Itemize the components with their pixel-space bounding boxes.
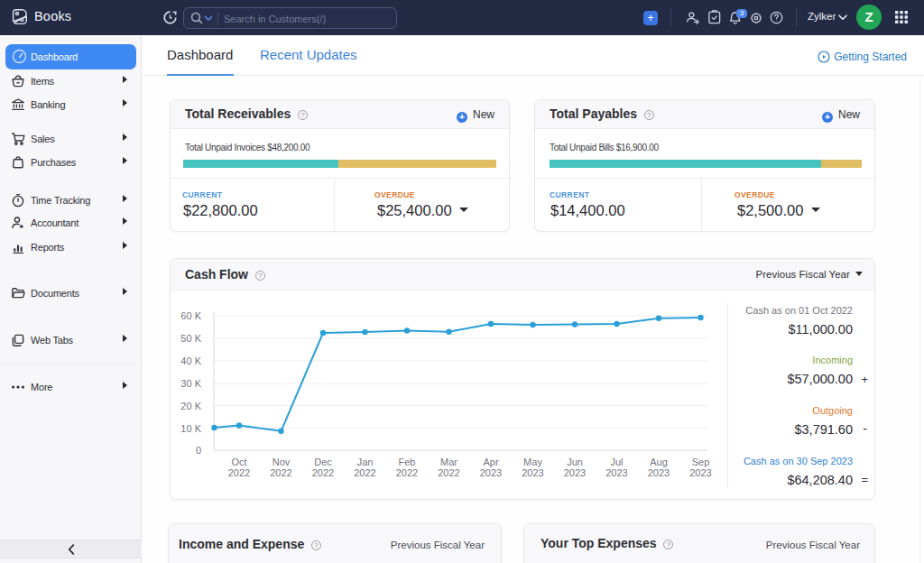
svg-text:Apr: Apr xyxy=(483,457,498,467)
svg-text:Oct: Oct xyxy=(231,457,246,467)
svg-text:Jun: Jun xyxy=(567,457,583,467)
svg-text:Sep: Sep xyxy=(692,457,710,467)
svg-text:0: 0 xyxy=(196,445,201,456)
svg-text:10 K: 10 K xyxy=(180,423,201,434)
svg-text:2022: 2022 xyxy=(228,467,250,478)
svg-text:2022: 2022 xyxy=(354,467,375,478)
svg-text:2023: 2023 xyxy=(564,467,586,478)
svg-text:2023: 2023 xyxy=(648,467,670,478)
svg-text:2022: 2022 xyxy=(396,467,418,478)
svg-text:2023: 2023 xyxy=(522,467,543,478)
svg-text:Feb: Feb xyxy=(399,457,416,467)
svg-text:Aug: Aug xyxy=(650,457,668,467)
svg-text:2022: 2022 xyxy=(438,467,459,478)
svg-text:Jan: Jan xyxy=(357,457,374,467)
svg-text:2023: 2023 xyxy=(480,467,502,478)
svg-text:Mar: Mar xyxy=(440,457,457,467)
svg-text:Dec: Dec xyxy=(314,457,332,467)
svg-text:Nov: Nov xyxy=(273,457,291,467)
svg-text:60 K: 60 K xyxy=(180,310,201,321)
svg-text:20 K: 20 K xyxy=(180,401,201,411)
svg-text:30 K: 30 K xyxy=(180,378,201,389)
svg-text:Jul: Jul xyxy=(610,457,623,467)
svg-text:May: May xyxy=(523,457,542,467)
svg-text:40 K: 40 K xyxy=(180,355,201,366)
svg-text:2023: 2023 xyxy=(605,467,627,478)
svg-text:50 K: 50 K xyxy=(180,333,201,344)
svg-text:2022: 2022 xyxy=(312,467,334,478)
svg-text:2023: 2023 xyxy=(689,467,711,478)
svg-text:2022: 2022 xyxy=(270,467,291,478)
